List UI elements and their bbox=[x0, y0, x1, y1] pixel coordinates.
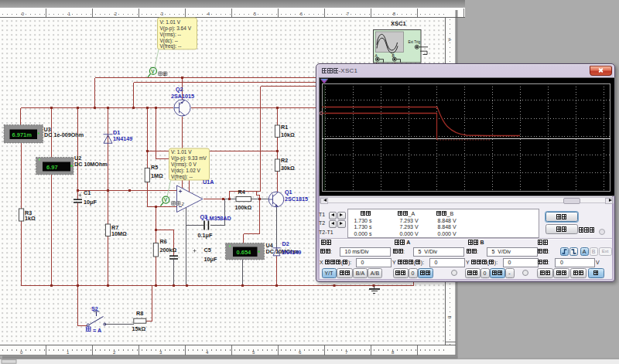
svg-text:1: 1 bbox=[163, 72, 166, 77]
svg-text:LM358AD: LM358AD bbox=[206, 215, 231, 222]
svg-text:V(dc): 1.02 V: V(dc): 1.02 V bbox=[171, 168, 201, 174]
svg-text:30kΩ: 30kΩ bbox=[281, 165, 295, 172]
svg-text:XSC1: XSC1 bbox=[391, 20, 406, 27]
svg-text:V(p-p): 3.64 V: V(p-p): 3.64 V bbox=[160, 26, 192, 32]
svg-text:10kΩ: 10kΩ bbox=[281, 131, 295, 138]
svg-text:R4: R4 bbox=[238, 189, 245, 196]
svg-text:1MΩ: 1MΩ bbox=[151, 172, 163, 179]
svg-text:R5: R5 bbox=[151, 164, 158, 171]
svg-text:V(freq): --: V(freq): -- bbox=[171, 174, 193, 180]
svg-text:2SA1015: 2SA1015 bbox=[171, 93, 194, 100]
svg-text:D2: D2 bbox=[282, 240, 289, 247]
svg-text:10μF: 10μF bbox=[84, 199, 97, 206]
svg-text:Q2: Q2 bbox=[176, 86, 183, 93]
svg-text:1N4149: 1N4149 bbox=[113, 135, 132, 142]
svg-text:R6: R6 bbox=[160, 238, 167, 245]
svg-text:Q1: Q1 bbox=[285, 189, 292, 196]
svg-text:V(rms): --: V(rms): -- bbox=[160, 32, 181, 38]
svg-text:100kΩ: 100kΩ bbox=[235, 204, 252, 211]
svg-text:R8: R8 bbox=[136, 310, 143, 317]
svg-text:6.97: 6.97 bbox=[46, 164, 58, 171]
svg-text:0.1μF: 0.1μF bbox=[198, 232, 213, 239]
svg-text:Ext Trig: Ext Trig bbox=[409, 40, 421, 44]
svg-text:V(freq): --: V(freq): -- bbox=[160, 43, 182, 49]
svg-text:DC 1e-009Ohm: DC 1e-009Ohm bbox=[44, 131, 84, 138]
svg-text:V: V bbox=[151, 69, 155, 74]
svg-text:10μF: 10μF bbox=[204, 256, 217, 263]
svg-text:V: 1.01 V: V: 1.01 V bbox=[160, 19, 181, 25]
svg-text:V: V bbox=[164, 197, 168, 202]
svg-text:A: A bbox=[447, 38, 452, 41]
svg-text:0.654: 0.654 bbox=[237, 249, 252, 256]
svg-text:V(p-p): 9.33 mV: V(p-p): 9.33 mV bbox=[171, 155, 207, 162]
svg-text:R2: R2 bbox=[281, 157, 288, 164]
svg-text:V(rms): 0 V: V(rms): 0 V bbox=[171, 162, 197, 168]
svg-text:15kΩ: 15kΩ bbox=[132, 325, 146, 332]
svg-text:U1A: U1A bbox=[203, 179, 214, 185]
svg-text:S2: S2 bbox=[91, 305, 98, 312]
svg-text:B: B bbox=[447, 315, 452, 318]
svg-text:2SC1815: 2SC1815 bbox=[285, 196, 308, 202]
svg-text:1kΩ: 1kΩ bbox=[25, 215, 36, 222]
svg-text:2: 2 bbox=[181, 202, 185, 206]
svg-text:V: 1.01 V: V: 1.01 V bbox=[171, 149, 192, 155]
svg-text:DC 10MOhm: DC 10MOhm bbox=[74, 161, 108, 168]
svg-text:6.971m: 6.971m bbox=[12, 131, 32, 138]
svg-text:= A: = A bbox=[93, 327, 101, 334]
svg-text:R1: R1 bbox=[281, 124, 288, 131]
svg-text:200kΩ: 200kΩ bbox=[160, 247, 177, 253]
svg-text:C1: C1 bbox=[84, 189, 91, 196]
svg-text:C5: C5 bbox=[204, 247, 211, 253]
svg-text:1N4149: 1N4149 bbox=[282, 249, 301, 256]
svg-text:10MΩ: 10MΩ bbox=[111, 230, 127, 237]
